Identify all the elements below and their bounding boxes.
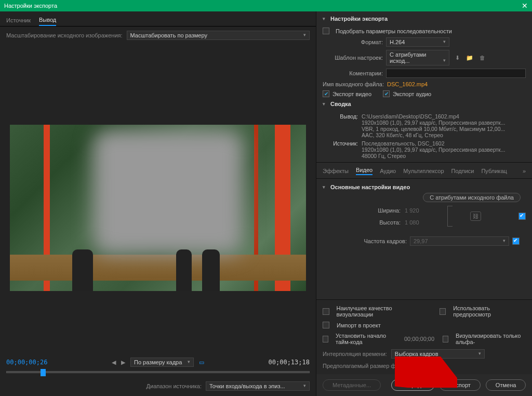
preset-label: Шаблон настроек:: [323, 55, 383, 61]
link-icon[interactable]: ⛓: [470, 212, 481, 221]
tab-mux[interactable]: Мультиплексор: [403, 168, 444, 174]
save-preset-icon[interactable]: ⬇: [453, 53, 462, 62]
settings-pane: Настройки экспорта Подобрать параметры п…: [316, 11, 532, 396]
window-title: Настройки экспорта: [4, 3, 57, 9]
summary-source: Источник: Последовательность, DSC_1602 1…: [316, 138, 532, 159]
summary-heading[interactable]: Сводка: [316, 99, 532, 111]
link-bracket-icon: [447, 206, 453, 227]
fit-dropdown[interactable]: По размеру кадра: [130, 358, 194, 367]
time-interp-dropdown[interactable]: Выборка кадров: [391, 349, 485, 359]
tab-source[interactable]: Источник: [6, 15, 31, 25]
match-source-button[interactable]: С атрибутами исходного файла: [423, 193, 521, 202]
metadata-button[interactable]: Метаданные...: [323, 379, 381, 391]
width-value[interactable]: 1 920: [405, 207, 441, 214]
fps-dropdown[interactable]: 29,97: [410, 236, 509, 246]
source-range-dropdown[interactable]: Точки входа/выхода в эпиз...: [206, 381, 310, 391]
tabs-overflow-icon[interactable]: »: [523, 168, 526, 174]
aspect-snap-icon[interactable]: ▭: [199, 359, 204, 366]
match-sequence-checkbox[interactable]: [323, 28, 329, 34]
use-preview-checkbox[interactable]: [440, 308, 446, 315]
preview-image: [10, 125, 306, 291]
timeline-slider[interactable]: [6, 371, 310, 373]
comment-input[interactable]: [386, 69, 526, 78]
close-icon[interactable]: ✕: [522, 2, 528, 10]
basic-video-heading[interactable]: Основные настройки видео: [323, 182, 526, 192]
render-alpha-checkbox[interactable]: [443, 336, 448, 342]
outname-label: Имя выходного файла:: [323, 81, 384, 87]
height-value[interactable]: 1 080: [405, 219, 441, 226]
tab-video[interactable]: Видео: [356, 167, 373, 175]
dimension-auto-checkbox[interactable]: [518, 213, 526, 220]
scale-label: Масштабирование исходного изображения:: [6, 32, 123, 38]
fps-auto-checkbox[interactable]: [512, 237, 520, 245]
cancel-button[interactable]: Отмена: [486, 379, 526, 391]
max-quality-checkbox[interactable]: [323, 308, 329, 315]
export-audio-checkbox[interactable]: [383, 90, 390, 97]
est-size-label: Предполагаемый размер ф: [323, 363, 395, 369]
export-video-checkbox[interactable]: [323, 90, 329, 97]
comment-label: Коментарии:: [323, 70, 383, 76]
match-sequence-label: Подобрать параметры последовательности: [336, 28, 452, 34]
height-label: Высота:: [323, 219, 401, 226]
queue-button[interactable]: Очередь: [391, 379, 434, 391]
preset-dropdown[interactable]: С атрибутами исход...: [386, 50, 449, 65]
import-project-checkbox[interactable]: [323, 322, 329, 328]
source-range-label: Диапазон источника:: [147, 383, 202, 389]
scale-dropdown[interactable]: Масштабировать по размеру: [127, 31, 310, 40]
tab-audio[interactable]: Аудио: [380, 168, 396, 174]
width-label: Ширина:: [323, 207, 401, 214]
tab-captions[interactable]: Подписи: [451, 168, 474, 174]
playhead[interactable]: [41, 369, 46, 376]
set-start-tc-checkbox[interactable]: [323, 336, 328, 342]
tab-effects[interactable]: Эффекты: [323, 168, 349, 174]
time-interp-label: Интерполяция времени:: [323, 351, 387, 357]
import-preset-icon[interactable]: 📁: [465, 53, 474, 62]
output-filename-link[interactable]: DSC_1602.mp4: [387, 81, 428, 87]
prev-frame-icon[interactable]: ◀: [112, 359, 116, 366]
summary-output: Вывод: C:\Users\diami\Desktop\DSC_1602.m…: [316, 111, 532, 138]
preview-pane: Источник Вывод Масштабирование исходного…: [0, 11, 316, 396]
fps-label: Частота кадров:: [329, 238, 407, 244]
tab-output[interactable]: Вывод: [39, 15, 56, 26]
next-frame-icon[interactable]: ▶: [121, 359, 125, 366]
export-settings-heading[interactable]: Настройки экспорта: [316, 11, 532, 26]
timecode-in[interactable]: 00;00;00;26: [6, 359, 47, 366]
timecode-out: 00;00;13;18: [269, 359, 310, 366]
format-dropdown[interactable]: H.264: [386, 37, 449, 47]
titlebar: Настройки экспорта ✕: [0, 0, 532, 11]
delete-preset-icon[interactable]: 🗑: [477, 53, 487, 62]
tab-publish[interactable]: Публикац: [481, 168, 507, 174]
export-button[interactable]: Экспорт: [440, 379, 481, 391]
format-label: Формат:: [323, 39, 383, 45]
